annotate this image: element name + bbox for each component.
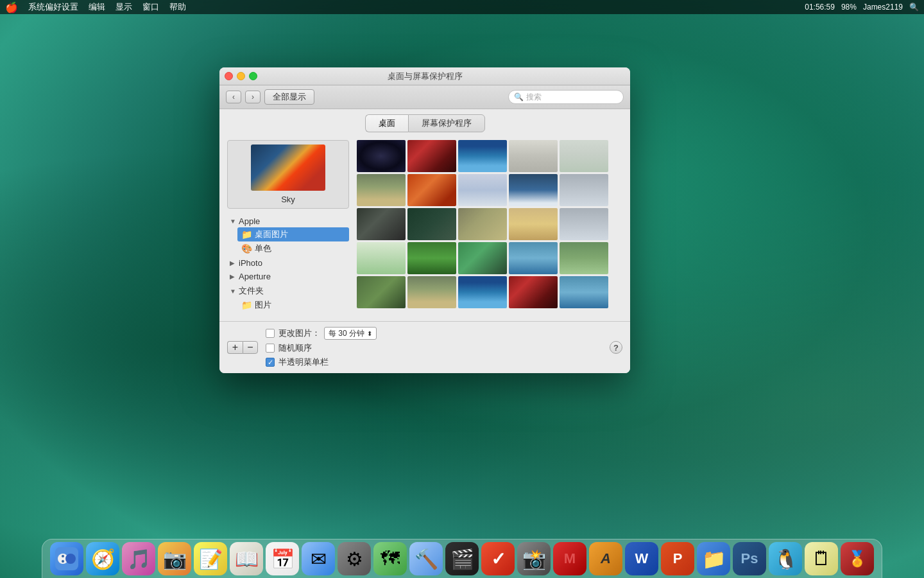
remove-button[interactable]: − xyxy=(243,341,258,354)
search-box[interactable]: 🔍 搜索 xyxy=(508,90,624,104)
close-button[interactable] xyxy=(225,72,233,80)
thumb-6[interactable] xyxy=(357,174,406,206)
thumb-22[interactable] xyxy=(407,276,456,308)
help-button[interactable]: ? xyxy=(610,341,622,354)
tree-label-solid-color: 单色 xyxy=(255,243,271,254)
dock-item-badge[interactable]: 🏅 xyxy=(841,542,874,575)
dock-item-stickies[interactable]: 📝 xyxy=(194,542,227,575)
dock-item-mail[interactable]: ✉ xyxy=(302,542,335,575)
dock-item-syspref[interactable]: ⚙ xyxy=(338,542,371,575)
menu-window[interactable]: 窗口 xyxy=(142,1,159,13)
thumb-25[interactable] xyxy=(560,276,608,308)
change-image-label: 更改图片： xyxy=(278,328,320,339)
dock-item-fcpx[interactable]: 🎬 xyxy=(445,542,479,575)
thumb-7[interactable] xyxy=(407,174,456,206)
dock-item-word[interactable]: W xyxy=(625,542,658,575)
tree-header-apple[interactable]: ▼ Apple xyxy=(227,215,349,227)
thumb-13[interactable] xyxy=(458,208,507,240)
tree-header-folder[interactable]: ▼ 文件夹 xyxy=(227,284,349,298)
aperture-label: Aperture xyxy=(239,272,271,281)
tree-item-pictures[interactable]: 📁 图片 xyxy=(237,298,349,312)
search-icon: 🔍 xyxy=(514,92,524,101)
translucent-menu-checkbox[interactable]: ✓ xyxy=(266,358,275,367)
dock-item-iphoto[interactable]: 📷 xyxy=(158,542,191,575)
thumb-15[interactable] xyxy=(560,208,608,240)
thumb-14[interactable] xyxy=(509,208,558,240)
thumb-8[interactable] xyxy=(458,174,507,206)
dock-item-calendar[interactable]: 📅 xyxy=(266,542,299,575)
folder-group-label: 文件夹 xyxy=(239,285,264,297)
svg-point-2 xyxy=(65,554,76,564)
thumb-3[interactable] xyxy=(458,140,507,172)
add-button[interactable]: + xyxy=(227,341,243,354)
dock-item-ps[interactable]: Ps xyxy=(733,542,766,575)
thumb-19[interactable] xyxy=(509,242,558,274)
dock-item-itunes[interactable]: 🎵 xyxy=(122,542,155,575)
maximize-button[interactable] xyxy=(249,72,257,80)
dock-item-finder2[interactable]: 📁 xyxy=(697,542,730,575)
dock-item-note[interactable]: 🗒 xyxy=(805,542,838,575)
menubar-time: 01:56:59 xyxy=(805,3,835,12)
tab-screensaver[interactable]: 屏幕保护程序 xyxy=(408,114,485,132)
tree-header-aperture[interactable]: ▶ Aperture xyxy=(227,270,349,283)
thumb-16[interactable] xyxy=(357,242,406,274)
menu-display[interactable]: 显示 xyxy=(116,1,132,13)
thumb-1[interactable] xyxy=(357,140,406,172)
thumb-9[interactable] xyxy=(509,174,558,206)
back-button[interactable]: ‹ xyxy=(226,91,241,103)
interval-select[interactable]: 每 30 分钟 ⬍ xyxy=(324,327,377,340)
menu-syspref[interactable]: 系统偏好设置 xyxy=(28,1,78,13)
arrow-apple: ▼ xyxy=(230,218,236,225)
bottom-bar: + − 更改图片： 每 30 分钟 ⬍ 随机顺序 ✓ xyxy=(219,321,630,373)
change-image-checkbox[interactable] xyxy=(266,329,275,338)
dock-item-safari[interactable]: 🧭 xyxy=(86,542,119,575)
menu-edit[interactable]: 编辑 xyxy=(89,1,105,13)
thumb-12[interactable] xyxy=(407,208,456,240)
tabs: 桌面 屏幕保护程序 xyxy=(219,109,630,132)
translucent-menu-row: ✓ 半透明菜单栏 xyxy=(266,356,377,368)
thumb-24[interactable] xyxy=(509,276,558,308)
tree-header-iphoto[interactable]: ▶ iPhoto xyxy=(227,257,349,269)
add-remove-buttons: + − xyxy=(227,341,258,354)
thumb-21[interactable] xyxy=(357,276,406,308)
menubar-user[interactable]: James2119 xyxy=(863,3,903,12)
dock-item-maps[interactable]: 🗺 xyxy=(373,542,407,575)
tree-item-solid-color[interactable]: 🎨 单色 xyxy=(237,241,349,256)
thumb-11[interactable] xyxy=(357,208,406,240)
dock-item-ppt[interactable]: P xyxy=(661,542,694,575)
dock-item-omnifocus[interactable]: ✓ xyxy=(481,542,515,575)
apple-menu[interactable]: 🍎 xyxy=(5,1,18,13)
tree-item-desktop-pictures[interactable]: 📁 桌面图片 xyxy=(237,227,349,241)
thumb-5[interactable] xyxy=(560,140,608,172)
random-order-checkbox[interactable] xyxy=(266,344,275,353)
content: Sky ▼ Apple 📁 桌面图片 xyxy=(219,132,630,321)
tree-label-pictures: 图片 xyxy=(255,299,271,311)
dock-item-camera[interactable]: 📸 xyxy=(517,542,551,575)
thumb-20[interactable] xyxy=(560,242,608,274)
minimize-button[interactable] xyxy=(237,72,245,80)
thumb-17[interactable] xyxy=(407,242,456,274)
dock-item-vectorize[interactable]: A xyxy=(589,542,622,575)
change-image-row: 更改图片： 每 30 分钟 ⬍ xyxy=(266,327,377,340)
menubar-search-icon[interactable]: 🔍 xyxy=(909,3,919,12)
tree-group-folder: ▼ 文件夹 📁 图片 xyxy=(227,284,349,312)
titlebar: 桌面与屏幕保护程序 xyxy=(219,67,630,85)
dock-item-addressbook[interactable]: 📖 xyxy=(230,542,263,575)
iphoto-label: iPhoto xyxy=(239,258,262,268)
forward-button[interactable]: › xyxy=(245,91,261,103)
sidebar-tree: ▼ Apple 📁 桌面图片 🎨 单色 xyxy=(227,215,349,312)
dock-item-finder[interactable] xyxy=(50,542,83,575)
menu-help[interactable]: 帮助 xyxy=(169,1,186,13)
folder-icon-desktop: 📁 xyxy=(241,229,252,240)
thumb-10[interactable] xyxy=(560,174,608,206)
thumb-2[interactable] xyxy=(407,140,456,172)
thumb-23[interactable] xyxy=(458,276,507,308)
thumb-4[interactable] xyxy=(509,140,558,172)
dock-item-matlab[interactable]: M xyxy=(553,542,586,575)
thumb-18[interactable] xyxy=(458,242,507,274)
translucent-menu-label: 半透明菜单栏 xyxy=(278,356,329,368)
show-all-button[interactable]: 全部显示 xyxy=(264,89,314,105)
tab-desktop[interactable]: 桌面 xyxy=(365,114,408,132)
dock-item-xcode[interactable]: 🔨 xyxy=(409,542,443,575)
dock-item-qq[interactable]: 🐧 xyxy=(769,542,802,575)
